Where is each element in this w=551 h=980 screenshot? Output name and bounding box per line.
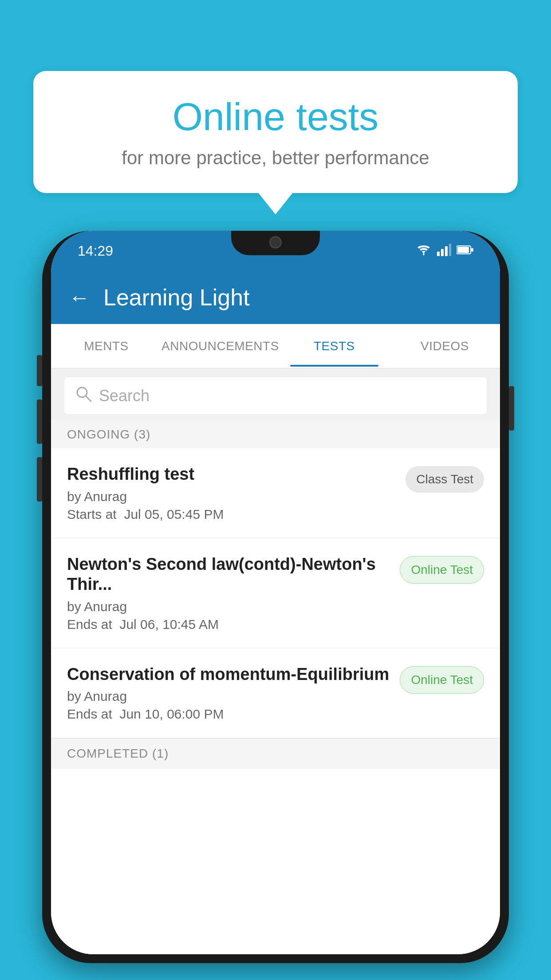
test-item[interactable]: Conservation of momentum-Equilibrium by …: [51, 648, 500, 739]
svg-rect-0: [437, 252, 440, 256]
search-icon: [75, 385, 92, 406]
test-item[interactable]: Newton's Second law(contd)-Newton's Thir…: [51, 538, 500, 648]
tab-announcements[interactable]: ANNOUNCEMENTS: [161, 326, 279, 367]
test-name: Newton's Second law(contd)-Newton's Thir…: [67, 554, 391, 595]
status-bar: 14:29: [51, 231, 500, 271]
search-bar[interactable]: Search: [64, 377, 487, 414]
test-name: Conservation of momentum-Equilibrium: [67, 664, 391, 685]
test-author: by Anurag: [67, 599, 391, 614]
svg-rect-2: [445, 246, 448, 256]
test-time: Ends at Jul 06, 10:45 AM: [67, 617, 391, 632]
tab-tests[interactable]: TESTS: [279, 326, 390, 367]
test-name: Reshuffling test: [67, 464, 397, 485]
app-bar: ← Learning Light: [51, 271, 500, 324]
tab-bar: MENTS ANNOUNCEMENTS TESTS VIDEOS: [51, 324, 500, 368]
bubble-title: Online tests: [60, 95, 491, 138]
speech-bubble: Online tests for more practice, better p…: [33, 71, 518, 193]
ongoing-label: ONGOING (3): [67, 427, 150, 441]
completed-section-header: COMPLETED (1): [51, 738, 500, 769]
test-badge: Online Test: [400, 556, 484, 584]
front-camera: [269, 236, 282, 249]
svg-rect-1: [441, 249, 444, 256]
tab-videos[interactable]: VIDEOS: [390, 326, 500, 367]
volume-up-button: [37, 399, 42, 444]
mute-button: [37, 355, 42, 386]
test-info: Reshuffling test by Anurag Starts at Jul…: [67, 464, 397, 522]
test-item[interactable]: Reshuffling test by Anurag Starts at Jul…: [51, 448, 500, 538]
signal-icon: [437, 244, 451, 258]
tab-assignments[interactable]: MENTS: [51, 326, 161, 367]
back-button[interactable]: ←: [69, 285, 90, 310]
test-info: Newton's Second law(contd)-Newton's Thir…: [67, 554, 391, 632]
wifi-icon: [416, 244, 432, 258]
phone-frame: 14:29: [42, 231, 509, 963]
status-icons: [416, 244, 473, 258]
svg-rect-3: [449, 244, 451, 256]
battery-icon: [457, 245, 473, 257]
notch: [231, 231, 320, 255]
tests-list: Reshuffling test by Anurag Starts at Jul…: [51, 448, 500, 954]
bubble-subtitle: for more practice, better performance: [60, 147, 491, 169]
test-info: Conservation of momentum-Equilibrium by …: [67, 664, 391, 722]
phone-container: 14:29: [42, 231, 509, 980]
svg-rect-5: [457, 247, 469, 253]
power-button: [509, 386, 514, 431]
test-author: by Anurag: [67, 689, 391, 704]
phone-screen: 14:29: [51, 231, 500, 954]
svg-line-8: [86, 396, 91, 401]
search-container: Search: [51, 368, 500, 423]
search-placeholder: Search: [99, 387, 150, 405]
app-title: Learning Light: [103, 284, 250, 311]
volume-down-button: [37, 457, 42, 502]
svg-rect-6: [471, 248, 473, 252]
test-time: Starts at Jul 05, 05:45 PM: [67, 507, 397, 522]
test-badge: Online Test: [400, 666, 484, 694]
test-time: Ends at Jun 10, 06:00 PM: [67, 707, 391, 722]
completed-label: COMPLETED (1): [67, 747, 169, 760]
status-time: 14:29: [78, 243, 113, 259]
test-author: by Anurag: [67, 489, 397, 504]
test-badge: Class Test: [405, 466, 484, 493]
ongoing-section-header: ONGOING (3): [51, 419, 500, 450]
